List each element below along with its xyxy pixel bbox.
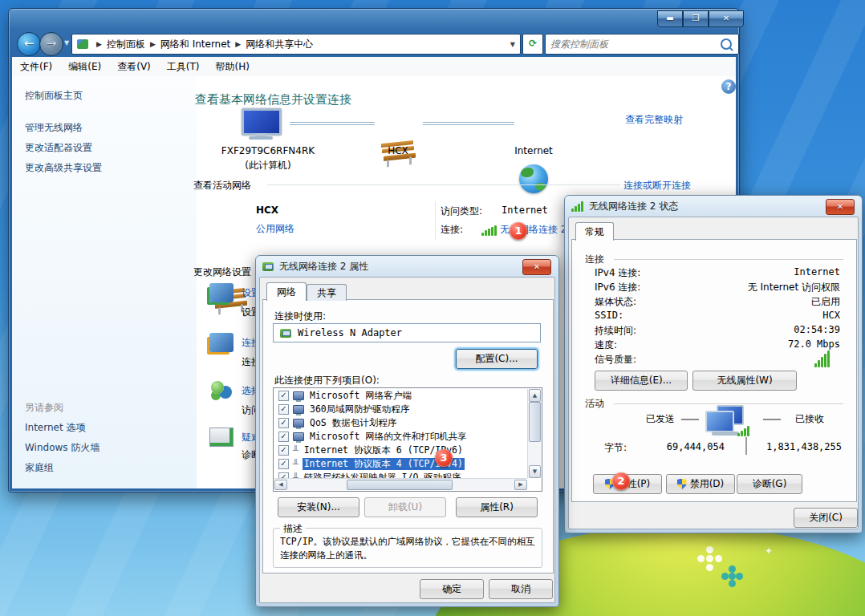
checkbox-checked[interactable]: ✓	[278, 404, 289, 415]
refresh-icon[interactable]: ⟳	[522, 34, 543, 55]
location-icon	[77, 39, 88, 49]
scroll-down-icon[interactable]: ▼	[529, 465, 541, 478]
menu-tools[interactable]: 工具(T)	[159, 57, 208, 77]
menu-view[interactable]: 查看(V)	[109, 57, 159, 77]
protocol-listbox[interactable]: ✓Microsoft 网络客户端 ✓360局域网防护驱动程序 ✓QoS 数据包计…	[273, 387, 542, 492]
breadcrumb-network-internet[interactable]: 网络和 Internet	[160, 38, 230, 51]
close-icon[interactable]: ✕	[522, 259, 551, 275]
back-button[interactable]: ←	[17, 32, 41, 56]
address-bar[interactable]: ▶ 控制面板 ▶ 网络和 Internet ▶ 网络和共享中心 ▼	[71, 34, 521, 55]
tab-general[interactable]: 常规	[575, 222, 614, 241]
sidebar-item-internet-options[interactable]: Internet 选项	[25, 421, 85, 435]
sidebar-item-adapter-settings[interactable]: 更改适配器设置	[25, 141, 92, 155]
sparkle-decoration: ✦	[765, 545, 773, 557]
activity-computer-icon	[705, 405, 753, 440]
scroll-up-icon[interactable]: ▲	[529, 389, 541, 402]
received-label: 已接收	[795, 412, 824, 426]
install-button[interactable]: 安装(N)...	[278, 497, 359, 517]
help-icon[interactable]: ?	[721, 79, 736, 94]
sidebar-item-manage-wireless[interactable]: 管理无线网络	[25, 121, 83, 135]
close-icon[interactable]: ✕	[826, 199, 855, 215]
homegroup-spheres-icon	[211, 381, 224, 394]
minimize-button[interactable]: ▬	[657, 10, 683, 27]
close-button[interactable]: ✕	[709, 10, 744, 27]
search-input[interactable]	[546, 36, 721, 52]
qos-icon	[293, 419, 304, 428]
connection-group-header: 连接	[585, 253, 604, 266]
checkbox-checked[interactable]: ✓	[278, 472, 289, 478]
checkbox-checked[interactable]: ✓	[278, 459, 289, 469]
sidebar-item-advanced-sharing[interactable]: 更改高级共享设置	[25, 161, 102, 175]
uninstall-button[interactable]: 卸载(U)	[364, 497, 446, 517]
network-category-link[interactable]: 公用网络	[256, 222, 294, 236]
connection-label: 连接:	[441, 223, 463, 237]
checkbox-checked[interactable]: ✓	[278, 418, 289, 428]
disable-button[interactable]: 禁用(D)	[666, 474, 735, 494]
sidebar-item-homegroup[interactable]: 家庭组	[25, 461, 54, 475]
divider	[614, 259, 843, 260]
scroll-right-icon[interactable]: ▶	[514, 480, 527, 490]
menu-bar: 文件(F) 编辑(E) 查看(V) 工具(T) 帮助(H)	[12, 57, 736, 77]
list-item[interactable]: ✓360局域网防护驱动程序	[274, 403, 411, 416]
scroll-left-icon[interactable]: ◀	[274, 480, 287, 490]
status-dialog-title: 无线网络连接 2 状态	[589, 200, 678, 213]
ok-button[interactable]: 确定	[420, 579, 484, 599]
breadcrumb-control-panel[interactable]: 控制面板	[107, 38, 145, 51]
breadcrumb-network-sharing[interactable]: 网络和共享中心	[246, 38, 313, 51]
internet-globe-icon[interactable]	[519, 164, 548, 193]
menu-edit[interactable]: 编辑(E)	[60, 57, 109, 77]
dash	[681, 419, 699, 420]
protocol-list: ✓Microsoft 网络客户端 ✓360局域网防护驱动程序 ✓QoS 数据包计…	[274, 389, 527, 478]
address-dropdown-arrow[interactable]: ▼	[510, 41, 515, 48]
close-button[interactable]: 关闭(C)	[794, 508, 858, 528]
properties-dialog-titlebar: 无线网络连接 2 属性	[262, 260, 368, 274]
list-item[interactable]: ✓Microsoft 网络客户端	[274, 389, 413, 403]
forward-button[interactable]: →	[39, 32, 63, 56]
tab-networking[interactable]: 网络	[266, 282, 307, 301]
description-text: TCP/IP。该协议是默认的广域网络协议，它提供在不同的相互连接的网络上的通讯。	[274, 529, 542, 563]
list-item[interactable]: ✓╨链路层拓扑发现映射器 I/O 驱动程序	[274, 471, 462, 478]
row-value: HCX	[683, 310, 840, 321]
active-networks-header: 查看活动网络	[193, 179, 251, 192]
checkbox-checked[interactable]: ✓	[278, 445, 289, 456]
diagnose-button[interactable]: 诊断(G)	[737, 474, 802, 494]
search-icon[interactable]	[721, 38, 732, 50]
step-badge-1: 1	[510, 222, 527, 240]
dash	[763, 419, 781, 420]
view-full-map-link[interactable]: 查看完整映射	[625, 113, 683, 127]
client-icon	[293, 391, 304, 400]
row-label: IPv4 连接:	[595, 266, 640, 280]
bytes-sent-value: 69,444,054	[644, 441, 725, 452]
maximize-button[interactable]: ❐	[683, 10, 709, 27]
menu-file[interactable]: 文件(F)	[12, 57, 60, 77]
menu-help[interactable]: 帮助(H)	[208, 57, 258, 77]
list-item[interactable]: ✓QoS 数据包计划程序	[274, 416, 398, 430]
history-dropdown-arrow[interactable]: ▼	[64, 39, 69, 47]
status-dialog-titlebar: 无线网络连接 2 状态	[571, 200, 678, 213]
search-box[interactable]	[545, 34, 739, 55]
access-type-label: 访问类型:	[441, 205, 482, 218]
scrollbar-thumb[interactable]	[347, 480, 453, 490]
wireless-properties-button[interactable]: 无线属性(W)	[692, 371, 797, 391]
sidebar-item-windows-firewall[interactable]: Windows 防火墙	[25, 441, 99, 455]
row-value: 02:54:39	[683, 324, 840, 335]
details-button[interactable]: 详细信息(E)...	[595, 371, 688, 391]
configure-button[interactable]: 配置(C)...	[456, 349, 538, 369]
connect-disconnect-link[interactable]: 连接或断开连接	[623, 179, 691, 192]
vertical-scrollbar[interactable]: ▲ ▼	[527, 389, 541, 478]
row-value: 无 Internet 访问权限	[683, 281, 840, 294]
scrollbar-thumb[interactable]	[529, 402, 541, 442]
sidebar-item-home[interactable]: 控制面板主页	[25, 89, 83, 103]
cancel-button[interactable]: 取消	[489, 579, 553, 599]
checkbox-checked[interactable]: ✓	[278, 432, 289, 442]
checkbox-checked[interactable]: ✓	[278, 391, 289, 401]
list-item[interactable]: ✓Microsoft 网络的文件和打印机共享	[274, 430, 469, 444]
row-value: 已启用	[683, 295, 840, 309]
tab-sharing[interactable]: 共享	[307, 284, 347, 301]
computer-icon[interactable]	[242, 108, 283, 140]
horizontal-scrollbar[interactable]: ◀ ▶	[274, 478, 527, 490]
networking-tab-page: 连接时使用: Wireless N Adapter 配置(C)... 此连接使用…	[262, 299, 554, 573]
status-tab-page: 连接 IPv4 连接: Internet IPv6 连接: 无 Internet…	[571, 239, 857, 502]
properties-button[interactable]: 属性(R)	[456, 497, 538, 517]
sharing-icon	[293, 432, 304, 441]
